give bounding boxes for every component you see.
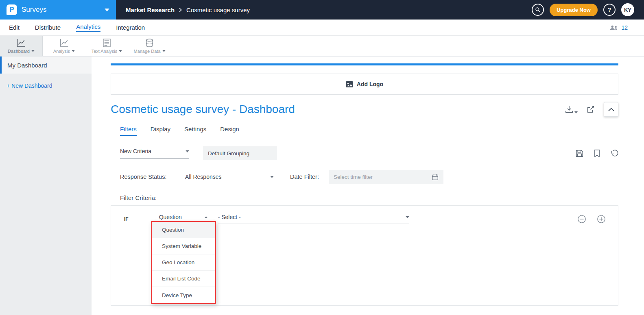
response-status-select[interactable]: All Responses — [185, 174, 274, 180]
sidebar-item-my-dashboard[interactable]: My Dashboard — [0, 56, 92, 74]
grouping-input[interactable]: Default Grouping — [203, 146, 277, 160]
line-chart-icon — [59, 39, 69, 47]
dropdown-option-device-type[interactable]: Device Type — [152, 287, 215, 303]
condition-actions — [577, 215, 606, 224]
nav-item-distribute[interactable]: Distribute — [35, 24, 61, 31]
dashboard-content: Add Logo Cosmetic usage survey - Dashboa… — [111, 63, 618, 306]
filters-panel: New Criteria Default Grouping — [111, 146, 618, 201]
if-label: IF — [124, 216, 129, 222]
respondents-indicator[interactable]: 12 — [609, 24, 628, 31]
question-select-placeholder: - Select - — [218, 214, 241, 220]
toolbar-label-text-analysis: Text Analysis — [92, 49, 118, 54]
people-icon — [609, 25, 618, 30]
tab-filters[interactable]: Filters — [120, 126, 137, 136]
date-filter-label: Date Filter: — [290, 174, 329, 180]
calendar-icon[interactable] — [432, 174, 439, 180]
toolbar-label-analysis: Analysis — [53, 49, 70, 54]
toolbar-item-dashboard[interactable]: Dashboard — [0, 36, 43, 56]
accent-rule — [111, 63, 618, 65]
nav-item-edit[interactable]: Edit — [9, 24, 20, 31]
add-condition-button[interactable] — [597, 215, 606, 224]
new-criteria-value: New Criteria — [120, 148, 151, 154]
chevron-down-icon[interactable] — [105, 9, 109, 11]
reset-icon — [611, 150, 618, 157]
dashboard-sidebar: My Dashboard + New Dashboard — [0, 56, 92, 315]
chevron-down-icon — [186, 150, 189, 152]
toolbar-label-dashboard: Dashboard — [8, 49, 30, 54]
chevron-up-icon — [204, 216, 208, 218]
new-dashboard-link[interactable]: + New Dashboard — [7, 83, 85, 89]
tab-settings[interactable]: Settings — [184, 126, 206, 136]
title-actions — [565, 102, 618, 117]
field-type-dropdown: Question System Variable Geo Location Em… — [151, 221, 216, 304]
upgrade-now-button[interactable]: Upgrade Now — [550, 4, 598, 16]
tab-design[interactable]: Design — [220, 126, 239, 136]
criteria-actions — [576, 150, 618, 157]
plus-circle-icon — [597, 215, 606, 224]
breadcrumb-section[interactable]: Market Research — [126, 7, 175, 13]
top-bar: P Surveys Market Research Cosmetic usage… — [0, 0, 644, 20]
chevron-down-icon — [574, 111, 578, 113]
line-chart-icon — [16, 39, 26, 47]
toolbar-item-text-analysis[interactable]: Text Analysis — [85, 36, 128, 56]
download-button[interactable] — [565, 105, 578, 113]
collapse-button[interactable] — [604, 102, 618, 117]
nav-item-integration[interactable]: Integration — [116, 24, 145, 31]
chevron-down-icon — [119, 50, 122, 52]
chevron-up-icon — [608, 108, 614, 111]
help-button[interactable]: ? — [603, 4, 616, 16]
save-button[interactable] — [576, 150, 583, 157]
tab-display[interactable]: Display — [151, 126, 170, 136]
chevron-down-icon — [270, 176, 274, 178]
avatar[interactable]: KY — [621, 3, 634, 16]
search-button[interactable] — [532, 4, 544, 16]
toolbar-item-manage-data[interactable]: Manage Data — [128, 36, 171, 56]
survey-nav: Edit Distribute Analytics Integration 12 — [0, 20, 644, 36]
search-icon — [535, 7, 541, 13]
top-navigation: Market Research Cosmetic usage survey Up… — [116, 0, 644, 20]
criteria-row: New Criteria Default Grouping — [120, 146, 618, 160]
minus-circle-icon — [577, 215, 586, 224]
chevron-down-icon — [72, 50, 75, 52]
bookmark-button[interactable] — [594, 150, 600, 157]
filter-criteria-box: IF Question - Select - — [111, 205, 618, 306]
chevron-down-icon — [406, 216, 409, 218]
response-status-label: Response Status: — [120, 174, 185, 180]
page-title: Cosmetic usage survey - Dashboard — [111, 103, 295, 116]
add-logo-button[interactable]: Add Logo — [111, 74, 618, 95]
brand-area[interactable]: P Surveys — [0, 0, 116, 20]
bookmark-icon — [594, 150, 600, 157]
new-criteria-select[interactable]: New Criteria — [120, 148, 189, 159]
time-filter-field[interactable] — [329, 170, 443, 184]
database-icon — [146, 39, 153, 47]
add-logo-label: Add Logo — [357, 81, 383, 87]
remove-condition-button[interactable] — [577, 215, 586, 224]
dashboard-tabs: Filters Display Settings Design — [120, 126, 618, 136]
nav-item-analytics[interactable]: Analytics — [76, 23, 100, 32]
chevron-down-icon — [162, 50, 166, 52]
brand-logo: P — [7, 4, 17, 15]
share-icon — [587, 105, 595, 113]
analytics-toolbar: Dashboard Analysis Text Analysis Manage … — [0, 36, 644, 56]
document-grid-icon — [103, 39, 111, 47]
share-button[interactable] — [587, 105, 595, 113]
brand-name: Surveys — [22, 6, 46, 14]
chevron-right-icon — [179, 8, 182, 12]
toolbar-label-manage-data: Manage Data — [133, 49, 160, 54]
toolbar-item-analysis[interactable]: Analysis — [43, 36, 85, 56]
chevron-down-icon — [31, 50, 35, 52]
top-actions: Upgrade Now ? KY — [532, 3, 634, 16]
main-layout: My Dashboard + New Dashboard Add Logo Co… — [0, 56, 644, 315]
response-status-value: All Responses — [185, 174, 222, 180]
response-status-row: Response Status: All Responses Date Filt… — [120, 170, 618, 184]
dropdown-option-geo-location[interactable]: Geo Location — [152, 254, 215, 271]
field-type-value: Question — [159, 214, 182, 220]
dropdown-option-email-list-code[interactable]: Email List Code — [152, 271, 215, 287]
filter-criteria-heading: Filter Criteria: — [120, 194, 618, 201]
question-select[interactable]: - Select - — [218, 214, 409, 224]
dropdown-option-question[interactable]: Question — [152, 222, 215, 238]
reset-button[interactable] — [611, 150, 618, 157]
dropdown-option-system-variable[interactable]: System Variable — [152, 238, 215, 254]
time-filter-input[interactable] — [334, 174, 428, 180]
respondent-count: 12 — [621, 24, 628, 31]
